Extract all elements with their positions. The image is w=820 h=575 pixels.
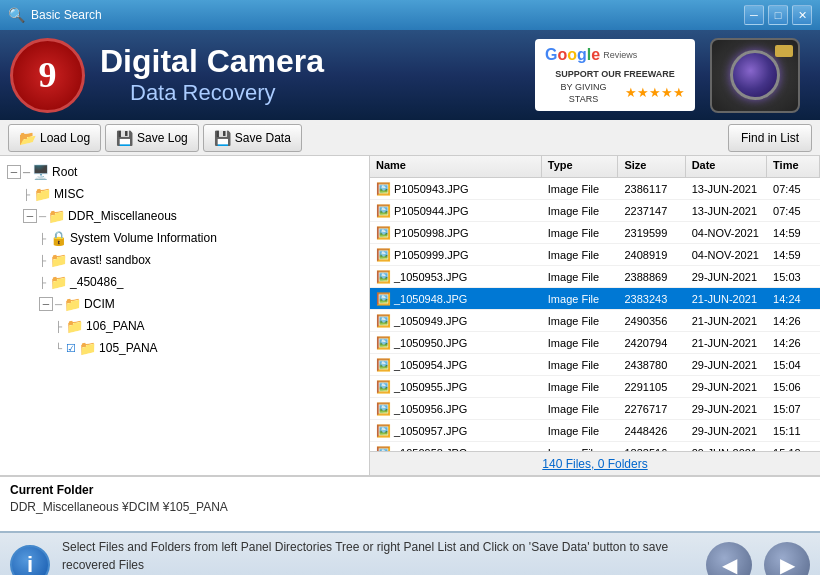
close-button[interactable]: ✕	[792, 5, 812, 25]
tree-item-ddr-misc[interactable]: ─ ─ 📁 DDR_Miscellaneous	[21, 205, 364, 227]
tree-item-105pana[interactable]: └ ☑ 📁 105_PANA	[53, 337, 364, 359]
table-row[interactable]: 🖼️ _1050958.JPG Image File 1833516 29-JU…	[370, 442, 820, 451]
folder-lock-icon: 🔒	[50, 230, 67, 246]
file-time: 07:45	[767, 205, 820, 217]
file-icon: 🖼️	[376, 424, 391, 438]
folder-icon-105pana: 📁	[79, 340, 96, 356]
file-date: 29-JUN-2021	[686, 403, 767, 415]
folder-icon-misc: 📁	[34, 186, 51, 202]
col-header-name[interactable]: Name	[370, 156, 542, 177]
file-time: 14:26	[767, 337, 820, 349]
forward-button[interactable]: ▶	[764, 542, 810, 576]
header-text: Digital Camera Data Recovery	[100, 44, 520, 105]
table-row[interactable]: 🖼️ _1050948.JPG Image File 2383243 21-JU…	[370, 288, 820, 310]
folder-icon-ddr: 📁	[48, 208, 65, 224]
file-size: 2383243	[619, 293, 686, 305]
status-bar: i Select Files and Folders from left Pan…	[0, 531, 820, 575]
file-size: 2276717	[619, 403, 686, 415]
find-in-list-button[interactable]: Find in List	[728, 124, 812, 152]
file-date: 29-JUN-2021	[686, 271, 767, 283]
tree-expander-ddr[interactable]: ─	[23, 209, 37, 223]
file-date: 29-JUN-2021	[686, 425, 767, 437]
camera-lens	[730, 50, 780, 100]
folder-icon-dcim: 📁	[64, 296, 81, 312]
tree-item-avast[interactable]: ├ 📁 avast! sandbox	[37, 249, 364, 271]
header-banner: 9 Digital Camera Data Recovery Google Re…	[0, 30, 820, 120]
file-time: 14:26	[767, 315, 820, 327]
save-log-icon: 💾	[116, 130, 133, 146]
save-data-icon: 💾	[214, 130, 231, 146]
titlebar-controls: ─ □ ✕	[744, 5, 812, 25]
table-row[interactable]: 🖼️ P1050944.JPG Image File 2237147 13-JU…	[370, 200, 820, 222]
back-button[interactable]: ◀	[706, 542, 752, 576]
file-date: 13-JUN-2021	[686, 205, 767, 217]
tree-item-450486[interactable]: ├ 📁 _450486_	[37, 271, 364, 293]
file-type: Image File	[542, 293, 619, 305]
tree-expander-dcim[interactable]: ─	[39, 297, 53, 311]
table-row[interactable]: 🖼️ P1050943.JPG Image File 2386117 13-JU…	[370, 178, 820, 200]
file-size: 2438780	[619, 359, 686, 371]
file-type: Image File	[542, 249, 619, 261]
table-row[interactable]: 🖼️ P1050998.JPG Image File 2319599 04-NO…	[370, 222, 820, 244]
file-name: P1050944.JPG	[394, 205, 469, 217]
file-icon: 🖼️	[376, 248, 391, 262]
folder-icon-450486: 📁	[50, 274, 67, 290]
load-log-button[interactable]: 📂 Load Log	[8, 124, 101, 152]
table-row[interactable]: 🖼️ _1050956.JPG Image File 2276717 29-JU…	[370, 398, 820, 420]
file-time: 07:45	[767, 183, 820, 195]
table-row[interactable]: 🖼️ _1050950.JPG Image File 2420794 21-JU…	[370, 332, 820, 354]
maximize-button[interactable]: □	[768, 5, 788, 25]
header-title1: Digital Camera	[100, 44, 520, 79]
file-panel: Name Type Size Date Time 🖼️ P1050943.JPG…	[370, 156, 820, 475]
folder-icon-106pana: 📁	[66, 318, 83, 334]
file-icon: 🖼️	[376, 204, 391, 218]
file-name: _1050949.JPG	[394, 315, 467, 327]
table-row[interactable]: 🖼️ _1050955.JPG Image File 2291105 29-JU…	[370, 376, 820, 398]
file-time: 15:11	[767, 425, 820, 437]
tree-item-misc[interactable]: ├ 📁 MISC	[21, 183, 364, 205]
header-title2: Data Recovery	[130, 80, 520, 106]
summary-link[interactable]: 140 Files, 0 Folders	[542, 457, 647, 471]
save-data-button[interactable]: 💾 Save Data	[203, 124, 302, 152]
file-name: _1050953.JPG	[394, 271, 467, 283]
tree-item-root[interactable]: ─ ─ 🖥️ Root	[5, 161, 364, 183]
file-type: Image File	[542, 403, 619, 415]
computer-icon: 🖥️	[32, 164, 49, 180]
file-list-header: Name Type Size Date Time	[370, 156, 820, 178]
file-name: P1050943.JPG	[394, 183, 469, 195]
file-size: 2291105	[619, 381, 686, 393]
tree-item-dcim[interactable]: ─ ─ 📁 DCIM	[37, 293, 364, 315]
status-message: Select Files and Folders from left Panel…	[62, 538, 694, 576]
table-row[interactable]: 🖼️ _1050957.JPG Image File 2448426 29-JU…	[370, 420, 820, 442]
app-title: Basic Search	[31, 8, 102, 22]
table-row[interactable]: 🖼️ _1050949.JPG Image File 2490356 21-JU…	[370, 310, 820, 332]
tree-item-106pana[interactable]: ├ 📁 106_PANA	[53, 315, 364, 337]
toolbar: 📂 Load Log 💾 Save Log 💾 Save Data Find i…	[0, 120, 820, 156]
col-header-time[interactable]: Time	[767, 156, 820, 177]
file-size: 2388869	[619, 271, 686, 283]
file-type: Image File	[542, 183, 619, 195]
table-row[interactable]: 🖼️ _1050953.JPG Image File 2388869 29-JU…	[370, 266, 820, 288]
file-icon: 🖼️	[376, 292, 391, 306]
minimize-button[interactable]: ─	[744, 5, 764, 25]
save-log-button[interactable]: 💾 Save Log	[105, 124, 199, 152]
col-header-date[interactable]: Date	[686, 156, 767, 177]
tree-item-sysvolinfo[interactable]: ├ 🔒 System Volume Information	[37, 227, 364, 249]
tree-expander-root[interactable]: ─	[7, 165, 21, 179]
table-row[interactable]: 🖼️ _1050954.JPG Image File 2438780 29-JU…	[370, 354, 820, 376]
table-row[interactable]: 🖼️ P1050999.JPG Image File 2408919 04-NO…	[370, 244, 820, 266]
file-name: _1050954.JPG	[394, 359, 467, 371]
file-type: Image File	[542, 315, 619, 327]
col-header-type[interactable]: Type	[542, 156, 619, 177]
file-size: 2490356	[619, 315, 686, 327]
status-info-icon: i	[10, 545, 50, 576]
col-header-size[interactable]: Size	[618, 156, 685, 177]
load-log-icon: 📂	[19, 130, 36, 146]
file-name: P1050998.JPG	[394, 227, 469, 239]
file-size: 2386117	[619, 183, 686, 195]
file-type: Image File	[542, 227, 619, 239]
file-date: 04-NOV-2021	[686, 249, 767, 261]
app-icon: 🔍	[8, 7, 25, 23]
file-time: 15:04	[767, 359, 820, 371]
file-list-body: 🖼️ P1050943.JPG Image File 2386117 13-JU…	[370, 178, 820, 451]
